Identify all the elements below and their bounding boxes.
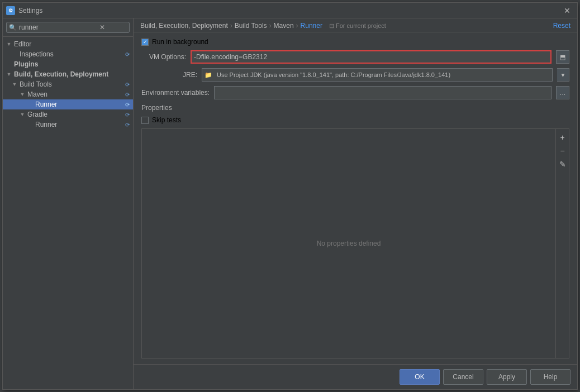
expand-maven-icon: ▼ bbox=[20, 92, 25, 97]
sync-gradle-runner-icon: ⟳ bbox=[125, 122, 130, 128]
sidebar-item-gradle[interactable]: ▼ Gradle ⟳ bbox=[3, 109, 133, 119]
breadcrumb-bar: Build, Execution, Deployment › Build Too… bbox=[134, 18, 577, 32]
breadcrumb: Build, Execution, Deployment › Build Too… bbox=[140, 22, 386, 30]
sidebar-item-maven[interactable]: ▼ Maven ⟳ bbox=[3, 89, 133, 99]
vm-options-label: VM Options: bbox=[141, 53, 186, 61]
sidebar-item-inspections[interactable]: Inspections ⟳ bbox=[3, 49, 133, 59]
runner-label: Runner bbox=[35, 101, 124, 108]
editor-label: Editor bbox=[14, 40, 130, 48]
env-vars-more-button[interactable]: … bbox=[556, 86, 569, 99]
plugins-label: Plugins bbox=[14, 60, 130, 68]
jre-dropdown-button[interactable]: ▼ bbox=[557, 68, 569, 82]
properties-label: Properties bbox=[141, 104, 172, 112]
breadcrumb-part3: Maven bbox=[274, 22, 294, 30]
env-vars-label: Environment variables: bbox=[141, 89, 210, 97]
sidebar-item-runner[interactable]: Runner ⟳ bbox=[3, 99, 133, 109]
search-input[interactable] bbox=[19, 23, 97, 31]
clear-search-button[interactable]: ✕ bbox=[99, 23, 105, 31]
inspections-label: Inspections bbox=[20, 50, 124, 58]
close-button[interactable]: ✕ bbox=[560, 5, 574, 16]
breadcrumb-part4: Runner bbox=[301, 22, 322, 30]
edit-property-button[interactable]: ✎ bbox=[557, 158, 569, 170]
sync-runner-icon: ⟳ bbox=[125, 102, 130, 108]
window-title: Settings bbox=[18, 7, 42, 15]
run-in-background-row: ✓ Run in background bbox=[141, 38, 569, 46]
search-bar: 🔍 ✕ bbox=[3, 18, 133, 37]
sidebar: 🔍 ✕ ▼ Editor Inspections ⟳ bbox=[3, 18, 134, 389]
skip-tests-row: ✓ Skip tests bbox=[141, 116, 569, 124]
jre-label: JRE: bbox=[141, 71, 197, 79]
env-vars-row: Environment variables: … bbox=[141, 86, 569, 99]
run-in-background-label: Run in background bbox=[152, 38, 208, 46]
sidebar-item-gradle-runner[interactable]: Runner ⟳ bbox=[3, 119, 133, 130]
build-execution-label: Build, Execution, Deployment bbox=[14, 70, 130, 78]
add-property-button[interactable]: + bbox=[557, 131, 569, 144]
search-icon: 🔍 bbox=[9, 24, 17, 31]
sync-maven-icon: ⟳ bbox=[125, 92, 130, 98]
breadcrumb-part1: Build, Execution, Deployment bbox=[140, 22, 228, 30]
jre-value: Use Project JDK (java version "1.8.0_141… bbox=[217, 71, 450, 78]
breadcrumb-part2: Build Tools bbox=[235, 22, 267, 30]
properties-section-label: Properties bbox=[141, 104, 569, 112]
bottom-bar: OK Cancel Apply Help bbox=[134, 364, 577, 389]
jre-row: JRE: 📁 Use Project JDK (java version "1.… bbox=[141, 68, 569, 82]
maven-label: Maven bbox=[27, 90, 124, 98]
reset-link[interactable]: Reset bbox=[553, 22, 571, 30]
env-vars-input[interactable] bbox=[214, 86, 552, 99]
gradle-label: Gradle bbox=[27, 111, 124, 118]
expand-build-icon: ▼ bbox=[6, 71, 12, 77]
no-properties-text: No properties defined bbox=[142, 129, 555, 358]
expand-editor-icon: ▼ bbox=[6, 41, 12, 47]
sidebar-item-build-execution[interactable]: ▼ Build, Execution, Deployment bbox=[3, 69, 133, 79]
gradle-runner-label: Runner bbox=[35, 121, 124, 128]
form-area: ✓ Run in background VM Options: ⬒ JRE: 📁… bbox=[134, 32, 577, 364]
main-panel: Build, Execution, Deployment › Build Too… bbox=[134, 18, 577, 389]
project-scope-label: ⊟ For current project bbox=[329, 22, 386, 30]
sidebar-item-plugins[interactable]: Plugins bbox=[3, 59, 133, 69]
skip-tests-checkbox[interactable]: ✓ bbox=[141, 117, 149, 124]
settings-tree: ▼ Editor Inspections ⟳ Plugins ▼ Buil bbox=[3, 37, 133, 389]
expand-build-tools-icon: ▼ bbox=[12, 82, 17, 87]
app-icon: ⚙ bbox=[6, 6, 15, 15]
apply-button[interactable]: Apply bbox=[487, 369, 527, 385]
sync-gradle-icon: ⟳ bbox=[125, 112, 130, 118]
sidebar-item-build-tools[interactable]: ▼ Build Tools ⟳ bbox=[3, 79, 133, 89]
breadcrumb-sep3: › bbox=[296, 22, 298, 30]
expand-gradle-icon: ▼ bbox=[20, 112, 25, 117]
ok-button[interactable]: OK bbox=[400, 369, 440, 385]
remove-property-button[interactable]: − bbox=[557, 145, 569, 157]
sync-icon: ⟳ bbox=[125, 51, 130, 58]
vm-options-row: VM Options: ⬒ bbox=[141, 50, 569, 64]
sync-build-tools-icon: ⟳ bbox=[125, 82, 130, 88]
cancel-button[interactable]: Cancel bbox=[443, 369, 483, 385]
skip-tests-label: Skip tests bbox=[152, 116, 181, 124]
sidebar-item-editor[interactable]: ▼ Editor bbox=[3, 39, 133, 49]
breadcrumb-sep2: › bbox=[269, 22, 272, 30]
vm-options-input[interactable] bbox=[191, 50, 552, 64]
run-in-background-checkbox[interactable]: ✓ bbox=[141, 39, 149, 46]
build-tools-label: Build Tools bbox=[20, 80, 124, 88]
vm-options-copy-button[interactable]: ⬒ bbox=[556, 50, 569, 64]
jre-select[interactable]: 📁 Use Project JDK (java version "1.8.0_1… bbox=[202, 68, 553, 82]
jre-folder-icon: 📁 bbox=[205, 71, 212, 79]
help-button[interactable]: Help bbox=[530, 369, 571, 385]
breadcrumb-sep1: › bbox=[230, 22, 232, 30]
properties-toolbar: + − ✎ bbox=[555, 129, 569, 358]
properties-area: No properties defined + − ✎ bbox=[141, 128, 569, 358]
title-bar: ⚙ Settings ✕ bbox=[3, 3, 577, 18]
